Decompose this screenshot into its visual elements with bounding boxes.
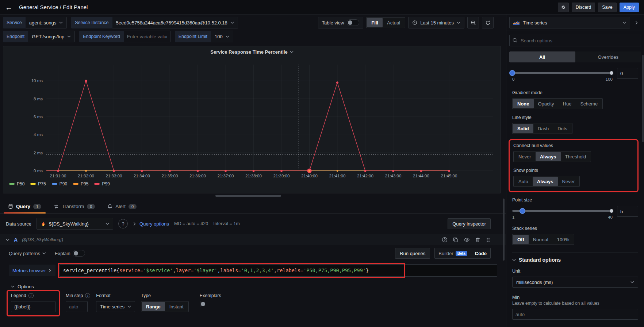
option-always[interactable]: Always <box>536 152 561 161</box>
tab-transform[interactable]: Transform0 <box>49 199 100 213</box>
option-fill[interactable]: Fill <box>367 18 383 27</box>
slider-handle[interactable] <box>509 70 515 76</box>
tab-query[interactable]: Query1 <box>3 199 46 213</box>
query-inspector-button[interactable]: Query inspector <box>448 218 491 229</box>
svg-text:21:36:00: 21:36:00 <box>189 174 206 178</box>
database-icon <box>8 204 13 209</box>
panel-settings-button[interactable] <box>558 3 569 12</box>
drag-handle-icon[interactable] <box>486 237 491 243</box>
option-none[interactable]: None <box>513 99 534 108</box>
table-view-label: Table view <box>322 20 344 26</box>
datasource-help-button[interactable]: ? <box>118 219 128 228</box>
eye-icon[interactable] <box>464 237 470 243</box>
builder-mode-button[interactable]: Builder Beta <box>435 248 471 258</box>
legend-item-p90[interactable]: P90 <box>52 181 67 186</box>
collapse-sidebar-button[interactable] <box>632 18 641 27</box>
legend-item-p75[interactable]: P75 <box>30 181 46 186</box>
horizontal-scrollbar[interactable] <box>3 195 503 197</box>
unit-select[interactable]: milliseconds (ms) <box>512 277 638 288</box>
point-size-slider-row: 140 <box>512 205 638 222</box>
legend-item-p99[interactable]: P99 <box>94 181 110 186</box>
endpoint-limit-label: Endpoint Limit <box>175 31 211 42</box>
svg-text:21:44:00: 21:44:00 <box>413 174 429 178</box>
tab-alert[interactable]: Alert0 <box>102 199 142 213</box>
query-expression-input[interactable]: service_percentile{service='$service', l… <box>59 264 497 277</box>
option-opacity[interactable]: Opacity <box>534 99 559 108</box>
tab-all[interactable]: All <box>509 51 575 62</box>
code-mode-button[interactable]: Code <box>471 248 491 258</box>
legend-item-p95[interactable]: P95 <box>73 181 88 186</box>
query-options-toggle[interactable]: Query options <box>133 221 169 227</box>
back-arrow-icon[interactable]: ← <box>5 4 12 11</box>
expression-token: labels= <box>221 268 241 273</box>
tab-overrides[interactable]: Overrides <box>575 51 641 62</box>
option-normal[interactable]: Normal <box>529 235 553 244</box>
option-range[interactable]: Range <box>142 302 165 311</box>
exemplars-toggle[interactable] <box>200 301 200 307</box>
option-never[interactable]: Never <box>558 177 579 186</box>
standard-options-section-toggle[interactable]: Standard options <box>512 257 638 263</box>
help-circle-icon[interactable] <box>442 237 448 243</box>
run-queries-button[interactable]: Run queries <box>395 248 430 259</box>
expression-token: } <box>366 268 369 273</box>
datasource-picker[interactable]: ${DS_SkyWalking} <box>37 218 113 230</box>
option-scheme[interactable]: Scheme <box>576 99 602 108</box>
save-button[interactable]: Save <box>598 3 617 12</box>
query-a-header[interactable]: A (${DS_SkyWalking}) <box>0 234 506 245</box>
option-never[interactable]: Never <box>514 152 536 161</box>
legend-format-input[interactable] <box>11 301 55 312</box>
slider-track[interactable]: 0100 <box>512 70 613 82</box>
explain-toggle[interactable] <box>73 250 85 257</box>
service-value-dropdown[interactable]: agent::songs <box>26 17 67 28</box>
time-series-plot[interactable]: 0 ms2 ms4 ms6 ms8 ms10 ms21:31:0021:32:0… <box>3 57 501 180</box>
zoom-out-button[interactable] <box>467 17 479 28</box>
option-dots[interactable]: Dots <box>553 124 572 133</box>
divider <box>512 252 638 253</box>
table-view-toggle[interactable] <box>347 19 359 26</box>
options-search-row <box>509 35 641 46</box>
legend-item-p50[interactable]: P50 <box>9 181 24 186</box>
option-threshold[interactable]: Threshold <box>561 152 591 161</box>
option-solid[interactable]: Solid <box>513 124 533 133</box>
service-label: Service <box>3 17 26 28</box>
option-always[interactable]: Always <box>533 177 558 186</box>
min-input[interactable] <box>512 309 638 320</box>
panel-title[interactable]: Service Response Time Percentile <box>3 46 501 57</box>
slider-value-input[interactable] <box>617 68 638 79</box>
trash-icon[interactable] <box>475 237 480 243</box>
option-hue[interactable]: Hue <box>559 99 576 108</box>
option-actual[interactable]: Actual <box>383 18 405 27</box>
info-icon[interactable]: i <box>28 293 34 298</box>
visualization-picker[interactable]: Time series <box>509 17 630 28</box>
info-icon[interactable]: i <box>85 293 90 298</box>
options-search-input[interactable] <box>509 35 641 46</box>
endpoint-keyword-input[interactable] <box>124 31 170 42</box>
metrics-browser-button[interactable]: Metrics browser <box>9 265 55 276</box>
apply-button[interactable]: Apply <box>620 3 639 12</box>
gradient-mode-label: Gradient mode <box>512 90 638 95</box>
endpoint-limit-dropdown[interactable]: 100 <box>211 31 233 42</box>
endpoint-value-dropdown[interactable]: GET:/songs/top <box>28 31 75 42</box>
legend-label: P90 <box>60 181 67 186</box>
datasource-row: Data source ${DS_SkyWalking} ? Query opt… <box>0 218 506 230</box>
option-100-[interactable]: 100% <box>553 235 574 244</box>
discard-button[interactable]: Discard <box>572 3 595 12</box>
service-instance-value-dropdown[interactable]: 5eed0e5758a244aca6e7699415d360aa@10.52.0… <box>112 17 238 28</box>
vertical-scrollbar-thumb[interactable] <box>503 199 505 261</box>
option-dash[interactable]: Dash <box>533 124 553 133</box>
scrollbar-thumb[interactable] <box>215 195 281 197</box>
slider-track[interactable]: 140 <box>512 208 613 220</box>
option-off[interactable]: Off <box>513 235 529 244</box>
sidebar-scrollbar-thumb[interactable] <box>642 55 644 142</box>
format-select[interactable]: Time series <box>96 301 135 312</box>
option-instant[interactable]: Instant <box>165 302 188 311</box>
query-options-section-toggle[interactable]: Options <box>0 284 506 289</box>
slider-handle[interactable] <box>520 208 525 214</box>
time-range-picker[interactable]: Last 15 minutes <box>408 17 464 28</box>
refresh-button[interactable] <box>482 17 494 28</box>
query-patterns-dropdown[interactable]: Query patterns <box>9 251 46 256</box>
option-auto[interactable]: Auto <box>514 177 533 186</box>
min-step-input[interactable] <box>66 301 88 312</box>
slider-value-input[interactable] <box>617 206 638 217</box>
copy-icon[interactable] <box>453 237 459 243</box>
